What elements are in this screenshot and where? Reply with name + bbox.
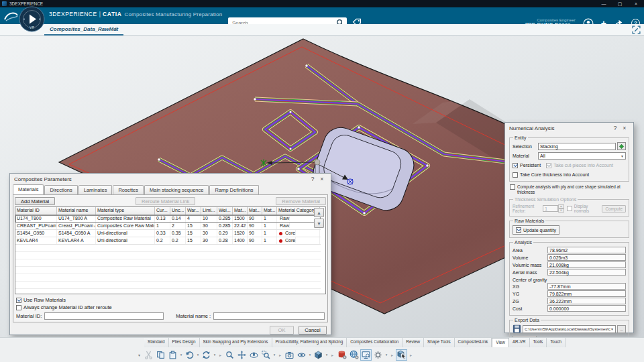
chevron-down-icon[interactable]: ▾ xyxy=(325,353,329,357)
take-core-thickness-checkbox[interactable] xyxy=(513,172,518,178)
chevron-down-icon[interactable]: ▾ xyxy=(196,353,200,357)
dialog-close-icon[interactable]: × xyxy=(620,125,629,131)
material-name-input[interactable] xyxy=(213,312,325,320)
parameters-tab[interactable]: Ramp Definitions xyxy=(209,185,258,194)
parameters-tab[interactable]: Materials xyxy=(13,184,44,194)
workbench-tab[interactable]: Tools xyxy=(530,338,547,347)
more-tools-icon[interactable]: ▸ xyxy=(389,353,395,357)
material-id-input[interactable] xyxy=(44,312,164,320)
workbench-tab[interactable]: Producibility, Flattening and Splicing xyxy=(272,338,347,347)
workbench-tab[interactable]: Plies Design xyxy=(169,338,200,347)
zoom-icon[interactable] xyxy=(224,349,235,361)
update-icon[interactable] xyxy=(201,349,212,361)
column-header[interactable]: Unc... xyxy=(170,207,186,215)
table-row[interactable]: U174_T800 U174_T800 A Composites Raw Mat… xyxy=(15,215,321,223)
close-button[interactable]: × xyxy=(628,1,644,7)
parameters-tab[interactable]: Main stacking sequence xyxy=(144,185,209,194)
workbench-tab[interactable]: Touch xyxy=(547,338,566,347)
3d-compass[interactable]: V.R xyxy=(19,6,45,32)
chevron-down-icon[interactable]: ▾ xyxy=(272,353,276,357)
parameters-tab[interactable]: Laminates xyxy=(78,185,113,194)
copy-icon[interactable] xyxy=(155,349,166,361)
dialog-titlebar[interactable]: Composites Parameters ? × xyxy=(10,174,331,184)
ok-button: OK xyxy=(270,326,294,335)
dialog-titlebar[interactable]: Numerical Analysis ? × xyxy=(505,123,633,133)
chevron-down-icon[interactable]: ▾ xyxy=(179,353,183,357)
toolbar-chevron-icon[interactable]: ▾ xyxy=(138,353,140,357)
always-change-id-checkbox[interactable] xyxy=(16,305,21,310)
database-red-icon[interactable] xyxy=(336,349,347,361)
analysis-value: 21.008kg xyxy=(547,261,626,268)
zoom-area-icon[interactable] xyxy=(260,349,272,361)
column-header[interactable]: Limi... xyxy=(201,207,217,215)
dialog-help-icon[interactable]: ? xyxy=(610,125,620,131)
table-row[interactable]: S1454_G950 S1454_G950 A Uni-directional … xyxy=(15,230,321,237)
capture-icon[interactable] xyxy=(284,349,295,361)
maximize-button[interactable]: ▢ xyxy=(612,1,628,7)
persistent-checkbox[interactable] xyxy=(513,163,518,168)
column-header[interactable]: Material type xyxy=(96,207,155,215)
selection-label: Selection xyxy=(513,144,538,149)
browse-button[interactable]: ... xyxy=(617,325,626,333)
more-tools-icon[interactable]: ▸ xyxy=(277,353,283,357)
iso-view-icon[interactable] xyxy=(313,349,324,361)
dialog-close-icon[interactable]: × xyxy=(317,176,327,182)
more-tools-icon[interactable]: ▸ xyxy=(408,353,414,357)
move-row-up-button[interactable]: ▲ xyxy=(314,208,324,217)
workbench-tab[interactable]: Composites Collaboration xyxy=(347,338,402,347)
workbench-tab[interactable]: Shape Tools xyxy=(424,338,455,347)
more-tools-icon[interactable]: ▸ xyxy=(329,353,335,357)
globe-settings-icon[interactable] xyxy=(348,349,360,361)
selection-input[interactable]: Stacking xyxy=(538,143,616,150)
3ds-logo-icon[interactable] xyxy=(3,9,20,23)
undo-icon[interactable] xyxy=(184,349,195,361)
pick-selection-button[interactable] xyxy=(617,142,626,150)
workbench-tab[interactable]: AR-VR xyxy=(509,338,530,347)
column-header[interactable]: Mat... xyxy=(233,207,248,215)
column-header[interactable]: Wei... xyxy=(217,207,233,215)
document-tab[interactable]: Composites_Data_RawMat xyxy=(44,24,123,36)
workbench-tab[interactable]: Standard xyxy=(144,338,169,347)
column-header[interactable]: War... xyxy=(186,207,201,215)
center-of-gravity-label: Center of gravity xyxy=(513,276,626,283)
minimize-button[interactable]: — xyxy=(596,1,612,7)
screen-record-icon[interactable] xyxy=(360,349,372,361)
new-tab-button[interactable]: + xyxy=(114,25,118,33)
column-header[interactable]: Material name xyxy=(57,207,96,215)
dialog-help-icon[interactable]: ? xyxy=(308,176,317,182)
cancel-button[interactable]: Cancel xyxy=(299,326,327,335)
hide-show-icon[interactable] xyxy=(296,349,307,361)
add-material-button[interactable]: Add Material xyxy=(15,197,55,205)
workbench-tab[interactable]: Review xyxy=(402,338,424,347)
select-mode-icon[interactable] xyxy=(396,349,407,361)
parameters-tab[interactable]: Rosettes xyxy=(113,185,144,194)
parameters-tab[interactable]: Directions xyxy=(44,185,77,194)
rotate-icon[interactable] xyxy=(248,349,260,361)
pan-icon[interactable] xyxy=(236,349,248,361)
dialog-title: Composites Parameters xyxy=(14,176,72,182)
chevron-down-icon[interactable]: ▾ xyxy=(384,353,388,357)
workbench-tab[interactable]: CompositesLink xyxy=(455,338,492,347)
compute-simulated-checkbox[interactable] xyxy=(510,184,515,190)
chevron-down-icon[interactable]: ▾ xyxy=(213,353,217,357)
app-title: 3DEXPERIENCE|CATIAComposites Manufacturi… xyxy=(49,11,222,17)
materials-table[interactable]: Material ID Material name Material type … xyxy=(15,206,326,294)
column-header[interactable]: Cur... xyxy=(155,207,170,215)
column-header[interactable]: Mat... xyxy=(262,207,277,215)
move-row-down-button[interactable]: ▼ xyxy=(314,219,324,228)
update-quantity-checkbox[interactable] xyxy=(516,227,521,233)
restore-window-icon[interactable] xyxy=(632,25,641,34)
column-header[interactable]: Material ID xyxy=(15,207,57,215)
paste-icon[interactable] xyxy=(167,349,178,361)
workbench-tab[interactable]: View xyxy=(492,338,509,347)
settings-gear-icon[interactable] xyxy=(372,349,384,361)
table-row[interactable]: KEVLAR4 KEVLAR4 A Uni-directional 0.2 0.… xyxy=(15,237,321,245)
spinner-buttons: ▲▼ xyxy=(558,204,564,213)
chevron-down-icon[interactable]: ▾ xyxy=(308,353,312,357)
export-path-combo[interactable]: C:\Users\n59\AppData\Local\DassaultSyste… xyxy=(523,325,616,333)
material-select[interactable]: All▼ xyxy=(538,152,626,160)
workbench-tab[interactable]: Skin Swapping and Ply Extensions xyxy=(200,338,272,347)
column-header[interactable]: Mat... xyxy=(248,207,262,215)
table-row[interactable]: CREAST_PUFoam Creast_PUFoam A Composites… xyxy=(15,223,321,230)
use-raw-materials-checkbox[interactable] xyxy=(16,298,21,303)
